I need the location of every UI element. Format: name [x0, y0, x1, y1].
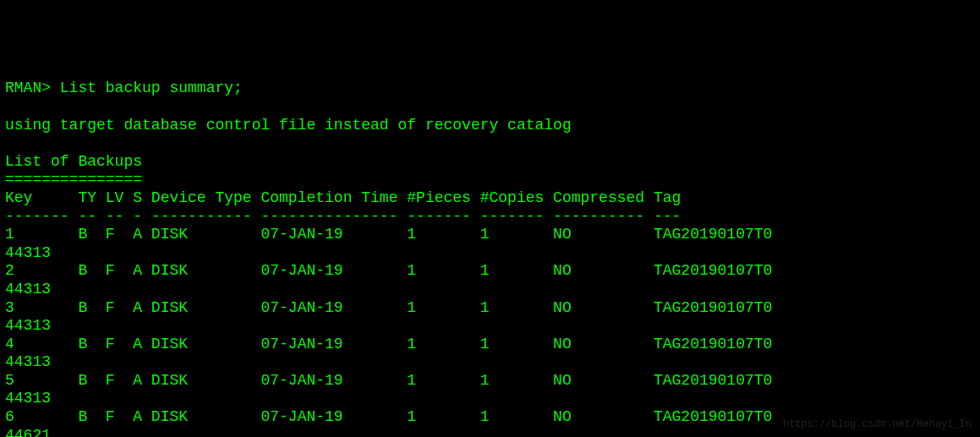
table-divider: ------- -- -- - ----------- ------------…: [5, 208, 975, 227]
info-message: using target database control file inste…: [5, 117, 975, 135]
table-row-wrap: 44313: [5, 390, 975, 408]
table-row: 5 B F A DISK 07-JAN-19 1 1 NO TAG2019010…: [5, 372, 975, 391]
command-line: RMAN> List backup summary;: [5, 79, 975, 98]
table-header: Key TY LV S Device Type Completion Time …: [5, 189, 975, 208]
table-row-wrap: 44313: [5, 317, 975, 336]
table-row-wrap: 44313: [5, 244, 975, 263]
blank-line: [5, 134, 975, 153]
terminal-output[interactable]: RMAN> List backup summary; using target …: [5, 79, 975, 437]
section-title: List of Backups: [5, 153, 975, 172]
table-row: 3 B F A DISK 07-JAN-19 1 1 NO TAG2019010…: [5, 299, 975, 318]
table-row: 1 B F A DISK 07-JAN-19 1 1 NO TAG2019010…: [5, 226, 975, 244]
blank-line: [5, 98, 975, 117]
watermark-text: https://blog.csdn.net/Hehuyi_In: [783, 418, 972, 430]
table-row-wrap: 44313: [5, 353, 975, 372]
table-row-wrap: 44313: [5, 281, 975, 299]
section-underline: ===============: [5, 171, 975, 189]
command-text: List backup summary;: [60, 79, 243, 96]
table-row: 2 B F A DISK 07-JAN-19 1 1 NO TAG2019010…: [5, 262, 975, 281]
table-row: 4 B F A DISK 07-JAN-19 1 1 NO TAG2019010…: [5, 336, 975, 354]
rman-prompt: RMAN>: [5, 79, 60, 96]
